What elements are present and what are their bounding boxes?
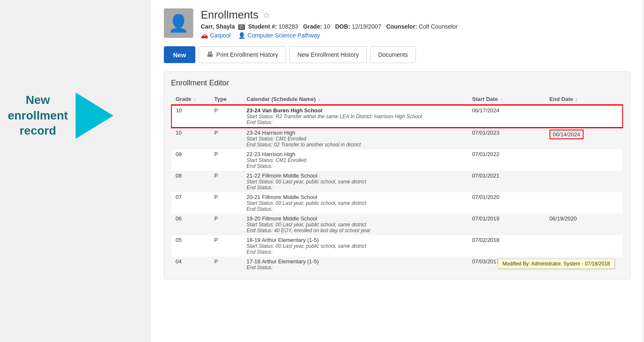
sort-end-icon[interactable]: ↕	[576, 97, 578, 102]
calendar-name: 22-23 Harrison High	[247, 151, 464, 157]
table-row[interactable]: 10P23-24 Van Buren High SchoolStart Stat…	[171, 105, 623, 127]
favorite-icon[interactable]: ☆	[263, 10, 270, 20]
new-enrollment-history-button[interactable]: New Enrollment History	[289, 46, 367, 63]
start-status: Start Status: CM1 Enrolled	[247, 136, 464, 142]
cell-start-date: 07/01/2019	[468, 214, 545, 235]
cell-grade: 06	[171, 214, 210, 235]
cell-end-date: 06/14/2024	[545, 127, 623, 149]
cell-grade: 10	[171, 105, 210, 127]
documents-label: Documents	[378, 51, 408, 58]
start-status: Start Status: 00 Last year, public schoo…	[247, 200, 464, 206]
cell-calendar: 20-21 Fillmore Middle SchoolStart Status…	[242, 192, 468, 214]
calendar-name: 18-19 Arthur Elementary (1-5)	[247, 237, 464, 243]
cell-type: P	[210, 127, 242, 149]
cell-end-date	[545, 235, 623, 257]
end-date-highlighted: 06/14/2024	[549, 130, 584, 139]
id-card-icon: ID	[238, 24, 245, 30]
table-row[interactable]: 08P21-22 Fillmore Middle SchoolStart Sta…	[171, 171, 623, 192]
student-number-label: Student #:	[248, 23, 277, 30]
cell-start-date: 07/01/2022	[468, 149, 545, 171]
cell-end-date: 06/19/2020	[545, 214, 623, 235]
col-calendar: Calendar (Schedule Name) ↕	[242, 93, 468, 105]
table-row[interactable]: 09P22-23 Harrison HighStart Status: CM1 …	[171, 149, 623, 171]
calendar-name: 23-24 Harrison High	[247, 130, 464, 136]
cell-calendar: 22-23 Harrison HighStart Status: CM1 Enr…	[242, 149, 468, 171]
cell-end-date	[545, 149, 623, 171]
end-status: End Status:	[247, 163, 464, 169]
car-icon: 🚗	[201, 32, 208, 39]
start-status: Start Status: 00 Last year, public schoo…	[247, 243, 464, 249]
sort-start-icon[interactable]: ↕	[500, 97, 502, 102]
calendar-name: 21-22 Fillmore Middle School	[247, 172, 464, 179]
left-annotation-text: New enrollment record	[0, 93, 76, 138]
carpool-tag[interactable]: 🚗 Carpool	[201, 32, 231, 39]
cell-calendar: 17-18 Arthur Elementary (1-5)End Status:	[242, 257, 468, 272]
cell-start-date: 07/01/2023	[468, 127, 545, 149]
enrollment-rows: 10P23-24 Van Buren High SchoolStart Stat…	[171, 105, 623, 272]
cell-calendar: 21-22 Fillmore Middle SchoolStart Status…	[242, 171, 468, 192]
carpool-label: Carpool	[210, 32, 231, 39]
student-meta: Carr, Shayla ID Student #: 108283 Grade:…	[201, 23, 630, 30]
header-info: Enrollments ☆ Carr, Shayla ID Student #:…	[201, 8, 630, 39]
pathway-label: Computer Science Pathway	[247, 32, 320, 39]
table-row[interactable]: 05P18-19 Arthur Elementary (1-5)Start St…	[171, 235, 623, 257]
calendar-name: 23-24 Van Buren High School	[247, 107, 464, 114]
printer-icon: 🖶	[207, 51, 213, 58]
avatar-person-icon: 👤	[168, 13, 189, 33]
table-row[interactable]: 07P20-21 Fillmore Middle SchoolStart Sta…	[171, 192, 623, 214]
cell-start-date: 07/01/2021	[468, 171, 545, 192]
cell-end-date	[545, 192, 623, 214]
sort-grade-icon[interactable]: ↕	[194, 97, 196, 102]
table-row[interactable]: 10P23-24 Harrison HighStart Status: CM1 …	[171, 127, 623, 149]
pathway-tag[interactable]: 👤 Computer Science Pathway	[238, 32, 320, 39]
cell-grade: 08	[171, 171, 210, 192]
cell-grade: 04	[171, 257, 210, 272]
documents-button[interactable]: Documents	[370, 46, 416, 63]
col-end-date: End Date ↕	[545, 93, 623, 105]
end-status: End Status: 40 EOY, enrolled on last day…	[247, 228, 464, 233]
table-header-row: Grade ↕ Type Calendar (Schedule Name) ↕ …	[171, 93, 623, 105]
start-status: Start Status: CM1 Enrolled	[247, 157, 464, 163]
print-enrollment-history-button[interactable]: 🖶 Print Enrollment History	[199, 46, 286, 63]
cell-type: P	[210, 105, 242, 127]
cell-grade: 09	[171, 149, 210, 171]
cell-grade: 07	[171, 192, 210, 214]
modified-by-tooltip: Modified By: Administrator, System - 07/…	[498, 259, 615, 269]
calendar-name: 19-20 Fillmore Middle School	[247, 215, 464, 222]
toolbar: New 🖶 Print Enrollment History New Enrol…	[164, 46, 630, 63]
student-name: Carr, Shayla	[201, 23, 235, 30]
end-status: End Status: 02 Transfer to another schoo…	[247, 142, 464, 148]
cell-type: P	[210, 235, 242, 257]
cell-calendar: 23-24 Harrison HighStart Status: CM1 Enr…	[242, 127, 468, 149]
header-title: Enrollments ☆	[201, 8, 630, 21]
left-arrow-icon	[76, 93, 113, 139]
table-row[interactable]: 06P19-20 Fillmore Middle SchoolStart Sta…	[171, 214, 623, 235]
col-type: Type	[210, 93, 242, 105]
enrollment-table-wrapper[interactable]: Grade ↕ Type Calendar (Schedule Name) ↕ …	[171, 93, 623, 272]
start-status: Start Status: 00 Last year, public schoo…	[247, 222, 464, 228]
end-status: End Status:	[247, 206, 464, 212]
cell-start-date: 06/17/2024	[468, 105, 545, 127]
cell-type: P	[210, 149, 242, 171]
header: 👤 Enrollments ☆ Carr, Shayla ID Student …	[164, 8, 630, 39]
sort-calendar-icon[interactable]: ↕	[318, 97, 320, 102]
start-status: Start Status: 00 Last year, public schoo…	[247, 179, 464, 185]
col-grade: Grade ↕	[171, 93, 210, 105]
cell-type: P	[210, 257, 242, 272]
dob-label: DOB:	[335, 23, 350, 30]
enrollment-editor: Enrollment Editor Grade ↕ Type Calendar …	[164, 72, 630, 279]
table-header: Grade ↕ Type Calendar (Schedule Name) ↕ …	[171, 93, 623, 105]
student-number: 108283	[279, 23, 298, 30]
new-button[interactable]: New	[164, 46, 195, 63]
cell-type: P	[210, 214, 242, 235]
page-title: Enrollments	[201, 8, 258, 21]
cell-type: P	[210, 171, 242, 192]
cell-start-date: 07/01/2020	[468, 192, 545, 214]
calendar-name: 20-21 Fillmore Middle School	[247, 194, 464, 200]
student-tags: 🚗 Carpool 👤 Computer Science Pathway	[201, 32, 630, 39]
counselor-label: Counselor:	[386, 23, 417, 30]
cell-start-date: 07/02/2018	[468, 235, 545, 257]
counselor-value: Colt Counselor	[419, 23, 458, 30]
calendar-name: 17-18 Arthur Elementary (1-5)	[247, 258, 464, 265]
cell-calendar: 18-19 Arthur Elementary (1-5)Start Statu…	[242, 235, 468, 257]
